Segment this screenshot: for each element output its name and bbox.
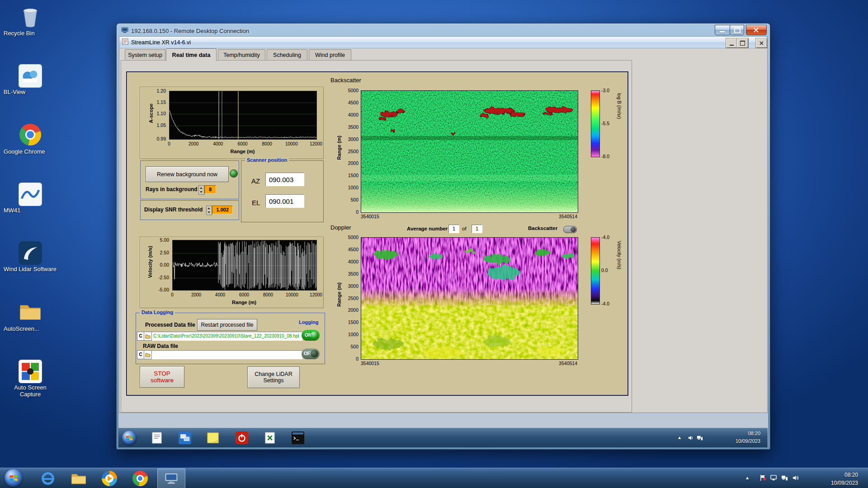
- button-label: software: [151, 377, 174, 384]
- logging-label: Logging: [297, 319, 320, 325]
- az-label: AZ: [251, 177, 260, 185]
- processed-browse-icon[interactable]: [144, 332, 152, 341]
- remote-sticky-notes-icon[interactable]: [206, 431, 220, 445]
- remote-network-app-icon[interactable]: [178, 431, 192, 445]
- colorbar-tick: -5.5: [601, 121, 609, 126]
- desktop-icon-auto-screen-capture[interactable]: Auto Screen Capture: [4, 360, 57, 383]
- data-logging-group: Data Logging Processed Data file Restart…: [136, 313, 325, 364]
- remote-stop-app-icon[interactable]: [235, 431, 249, 445]
- tab-wind-profile[interactable]: Wind profile: [309, 49, 351, 61]
- az-value-field[interactable]: 090.003: [265, 173, 304, 186]
- renew-background-button[interactable]: Renew background now: [146, 166, 229, 182]
- backscatter-heatmap: [361, 90, 578, 213]
- el-value-field[interactable]: 090.001: [265, 194, 304, 208]
- rdp-close-button[interactable]: [746, 25, 767, 35]
- backscatter-title: Backscatter: [330, 77, 361, 84]
- windows-flag-icon: [126, 435, 133, 441]
- tray-expand-icon[interactable]: ▴: [746, 474, 749, 481]
- internet-explorer-icon[interactable]: [39, 469, 57, 488]
- remote-network-icon[interactable]: [696, 434, 703, 441]
- rdp-titlebar[interactable]: 192.168.0.150 - Remote Desktop Connectio…: [121, 26, 249, 35]
- remote-command-prompt-icon[interactable]: [291, 431, 305, 445]
- remote-start-button[interactable]: [122, 431, 137, 445]
- raw-logging-toggle[interactable]: OFF: [302, 348, 320, 359]
- app-titlebar[interactable]: StreamLine XR v14-6.vi: [119, 37, 766, 48]
- network-icon[interactable]: [780, 474, 788, 482]
- raw-browse-icon[interactable]: [144, 350, 152, 359]
- volume-icon[interactable]: [791, 474, 799, 482]
- tab-label: Temp/humidity: [223, 52, 260, 58]
- desktop-icon-autoscreen[interactable]: AutoScreen...: [4, 301, 57, 324]
- chrome-icon: [19, 124, 42, 147]
- rays-value-field[interactable]: 8: [204, 185, 216, 194]
- desktop-icon-mw41[interactable]: MW41: [4, 183, 57, 206]
- folder-icon: [19, 301, 42, 324]
- rdp-taskbar-button[interactable]: [157, 469, 185, 488]
- desktop-icon-label: AutoScreen...: [4, 326, 39, 333]
- processed-drive-box[interactable]: C: [137, 332, 144, 341]
- start-button[interactable]: [5, 469, 23, 487]
- app-maximize-button[interactable]: [737, 38, 748, 48]
- remote-clock[interactable]: 08:20 10/09/2023: [711, 430, 760, 445]
- chrome-taskbar-icon[interactable]: [131, 469, 149, 488]
- snr-spinner[interactable]: [206, 206, 212, 215]
- remote-volume-icon[interactable]: [687, 434, 694, 441]
- remote-clock-date: 10/09/2023: [711, 437, 760, 445]
- explorer-folder-icon[interactable]: [70, 469, 88, 488]
- tab-real-time-data[interactable]: Real time data: [166, 48, 217, 61]
- desktop-icon-recycle-bin[interactable]: Recycle Bin: [4, 5, 57, 29]
- average-number-field[interactable]: 1: [448, 225, 459, 233]
- change-lidar-settings-button[interactable]: Change LiDAR Settings: [247, 366, 300, 388]
- clock-date: 10/09/2023: [809, 479, 858, 487]
- tab-system-setup[interactable]: System setup: [125, 49, 165, 61]
- button-label: Restart processed file: [201, 322, 253, 328]
- rdp-maximize-button[interactable]: [730, 25, 744, 35]
- media-player-icon[interactable]: [100, 469, 118, 488]
- doppler-heatmap: [361, 237, 578, 360]
- desktop-icon-label: Auto Screen Capture: [4, 385, 57, 398]
- app-close-button[interactable]: [756, 38, 767, 48]
- remote-tray-expand-icon[interactable]: ▴: [678, 434, 681, 441]
- ascope-yticks: 1.20 1.15 1.10 1.05 0.99: [140, 91, 167, 139]
- stop-software-button[interactable]: STOP software: [140, 366, 184, 388]
- rdp-minimize-button[interactable]: [715, 25, 730, 35]
- tab-label: System setup: [128, 52, 162, 58]
- doppler-xtick-right: 3540514: [537, 361, 577, 366]
- desktop-icon-google-chrome[interactable]: Google Chrome: [4, 123, 57, 147]
- app-minimize-button[interactable]: [726, 38, 737, 48]
- restart-processed-file-button[interactable]: Restart processed file: [197, 319, 257, 331]
- velocity-yticks: 5.00 2.50 0.00 -2.50 -5.00: [140, 240, 170, 290]
- action-center-icon[interactable]: [759, 474, 767, 482]
- processed-path-field[interactable]: C:\Lidar\Data\Proc\2023\202309\20230910\…: [151, 332, 302, 341]
- processed-logging-toggle[interactable]: ON: [302, 330, 320, 341]
- button-label: Settings: [263, 377, 283, 384]
- doppler-colorbar-label: Velocity (m/s): [617, 241, 622, 269]
- tab-temp-humidity[interactable]: Temp/humidity: [218, 49, 265, 61]
- button-label: Renew background now: [157, 171, 217, 178]
- desktop-icon-wind-lidar[interactable]: Wind Lidar Software: [4, 241, 57, 265]
- raw-drive-box[interactable]: C: [137, 350, 144, 359]
- velocity-xlabel: Range (m): [172, 300, 316, 305]
- remote-taskbar: ▴ 08:20 10/09/2023: [118, 428, 768, 447]
- remote-notepad-icon[interactable]: [150, 431, 164, 445]
- ascope-xticks: 0 2000 4000 6000 8000 10000 12000: [169, 141, 316, 147]
- tab-scheduling[interactable]: Scheduling: [267, 49, 307, 61]
- snr-value-field[interactable]: 1.002: [212, 206, 233, 214]
- taskbar-clock[interactable]: 08:20 10/09/2023: [809, 471, 863, 487]
- remote-clock-time: 08:20: [711, 430, 760, 437]
- velocity-xticks: 0 2000 4000 6000 8000 10000 12000: [172, 292, 316, 298]
- rdp-session-tray-icon[interactable]: [769, 474, 778, 482]
- raw-path-field[interactable]: [151, 350, 302, 359]
- clock-time: 08:20: [809, 471, 858, 479]
- ascope-frame: A-scope 1.20 1.15 1.10 1.05 0.99 0 2000 …: [140, 87, 324, 159]
- el-label: EL: [252, 199, 260, 206]
- backscatter-yticks: 5000 4500 4000 3500 3000 2500 2000 1500 …: [344, 90, 360, 212]
- backscatter-display-toggle[interactable]: [563, 226, 577, 233]
- average-number-label: Average number: [407, 226, 448, 231]
- remote-spreadsheet-icon[interactable]: [263, 431, 277, 445]
- doppler-ylabel: Range (m): [336, 282, 342, 307]
- ascope-xlabel: Range (m): [169, 149, 316, 154]
- rays-spinner[interactable]: [198, 185, 204, 195]
- average-total-field[interactable]: 1: [472, 225, 482, 233]
- desktop-icon-bl-view[interactable]: BL-View: [4, 64, 57, 88]
